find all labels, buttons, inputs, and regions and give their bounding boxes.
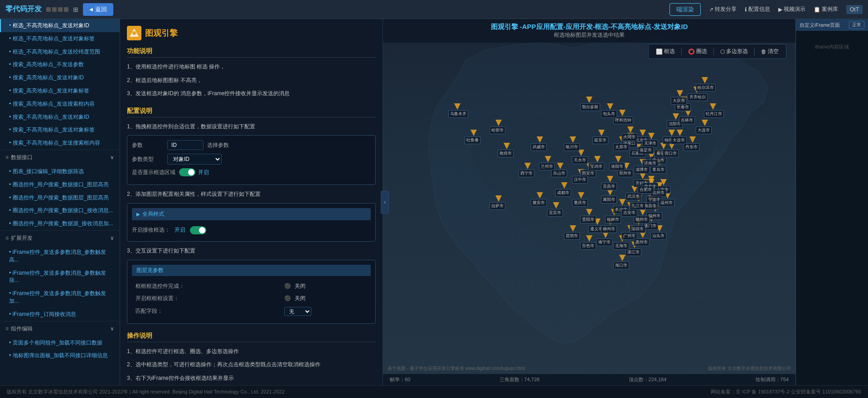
sidebar-item-1[interactable]: 框选_不高亮地标点_发送对象标签 (0, 32, 120, 45)
iframe-empty-state: iframe内容区域 (800, 44, 864, 50)
params-row-2: 开启框框框设置： ⚫ 关闭 (133, 293, 370, 304)
sidebar-item-8[interactable]: 搜索_不高亮地标点_发送对象标签 (0, 123, 120, 136)
sidebar-section-data-item-3[interactable]: 圈选控件_用户搜索_数据接口_接收消息... (0, 204, 120, 217)
frame-select-value: ⚫ 关闭 (281, 281, 370, 292)
box-select-tool[interactable]: ⬜ 框选 (652, 46, 679, 57)
clear-icon: 🗑 (761, 49, 766, 55)
share-icon: ↗ (709, 6, 713, 13)
sidebar-section-data-item-2[interactable]: 圈选控件_用户搜索_数据图层_图层高亮 (0, 191, 120, 204)
sidebar-item-2[interactable]: 框选_不高亮地标点_发送经纬度范围 (0, 45, 120, 58)
op-item-0: 1、框选控件可进行框选、圈选、多边形选操作 (127, 347, 376, 357)
show-area-label: 是否显示框选区域 (132, 169, 175, 176)
video-icon: ▶ (778, 6, 782, 13)
map-subtitle: 框选地标图层并发送选中结果 (387, 31, 792, 39)
sidebar-section-data-item-4[interactable]: 圈选控件_用户搜索_数据源_接收消息加... (0, 217, 120, 230)
sidebar-extend-item-3[interactable]: iFrame控件_订阅接收消息 (0, 308, 120, 321)
config-desc: 1、拖拽框选控件到合适位置，数据设置进行如下配置 (127, 122, 376, 132)
tool-divider-2 (713, 48, 714, 55)
open-receive-label: 开启接收框选： (132, 226, 170, 234)
sidebar-item-7[interactable]: 搜索_不高亮地标点_发送对象ID (0, 111, 120, 124)
info-icon: ℹ (745, 6, 747, 13)
radio-btn-2[interactable]: ⚫ (284, 295, 291, 301)
params-table: 框框框选控件完成： ⚫ 关闭 开启框框框设置： (132, 280, 371, 319)
back-button[interactable]: 返回 (83, 3, 113, 16)
open-frame-label: 开启框框框设置： (133, 293, 281, 304)
receive-toggle-thumb (199, 227, 205, 233)
open-receive-value: 开启 (175, 226, 185, 234)
iframe-normal-btn[interactable]: 正常 (849, 21, 864, 29)
global-style-header[interactable]: 全局样式 (132, 208, 371, 220)
footer-icp: 网站备案：京 ICP 备 19018737号-2 公安部备案号 11010602… (711, 388, 861, 395)
circle-select-tool[interactable]: ⭕ 圈选 (684, 46, 711, 57)
config-link[interactable]: ℹ 配置信息 (745, 5, 770, 13)
sidebar-item-6[interactable]: 搜索_高亮地标点_发送搜索框内容 (0, 97, 120, 111)
open-frame-value: ⚫ 关闭 (281, 293, 370, 304)
main-layout: 框选_不高亮地标点_发送对象ID 框选_不高亮地标点_发送对象标签 框选_不高亮… (0, 19, 868, 385)
polygon-select-icon: ⬡ (720, 49, 725, 55)
open-receive-row: 开启接收框选： 开启 (132, 224, 371, 237)
map-area: 图观引擎 -APP应用配置-应用开发-框选-不高亮地标点-发送对象ID 框选地标… (383, 19, 795, 385)
op-item-1: 2、选中框选类型，可进行框选操作；再次点击框选类型既点击清空取消框选操作 (127, 360, 376, 370)
map-vertices: 顶点数：224,184 (629, 376, 667, 383)
toggle-thumb (188, 169, 194, 175)
sidebar-section-component[interactable]: ≡ 组件编辑 ∨ (0, 321, 120, 336)
chevron-down-icon-3: ∨ (110, 325, 114, 332)
sidebar: 框选_不高亮地标点_发送对象ID 框选_不高亮地标点_发送对象标签 框选_不高亮… (0, 19, 120, 385)
receive-toggle-track[interactable] (190, 226, 206, 234)
render-button[interactable]: 端渲染 (669, 3, 701, 16)
sidebar-item-4[interactable]: 搜索_高亮地标点_发送对象ID (0, 71, 120, 84)
sidebar-component-item-0[interactable]: 页面多个相同组件_加载不同接口数据 (0, 336, 120, 349)
sidebar-extend-item-1[interactable]: iFrame控件_发送多参数消息_参数触发筛... (0, 267, 120, 287)
markers-container: 哈尔滨市长春市沈阳市齐齐哈尔牡丹江市吉林市大庆市大连市锦州市北京市天津市呼和浩特… (383, 37, 795, 367)
sidebar-section-data-item-1[interactable]: 圈选控件_用户搜索_数据接口_图层高亮 (0, 178, 120, 191)
sidebar-item-9[interactable]: 搜索_不高亮地标点_发送搜索框内容 (0, 136, 120, 150)
polygon-select-tool[interactable]: ⬡ 多边形选 (717, 46, 752, 57)
sidebar-extend-item-0[interactable]: iFrame控件_发送多参数消息_参数触发高... (0, 246, 120, 267)
layout-icon (46, 7, 68, 12)
config-row-param: 参数 选择参数 (132, 140, 371, 150)
function-item-0: 1、使用框选控件进行地标图 框选 操作， (127, 62, 376, 72)
toggle-track[interactable] (179, 168, 195, 176)
chevron-down-icon-2: ∨ (110, 235, 114, 241)
chevron-down-icon: ∨ (110, 154, 114, 160)
sidebar-section-data-interface[interactable]: ≡ 数据接口 ∨ (0, 150, 120, 165)
iframe-panel: 自定义iFrame页面 正常 iframe内容区域 (795, 19, 868, 385)
radio-btn-1[interactable]: ⚫ (284, 283, 291, 289)
case-link[interactable]: 📋 案例库 (814, 5, 838, 13)
app-title: 零代码开发 (5, 5, 42, 14)
params-row-1: 框框框选控件完成： ⚫ 关闭 (133, 281, 370, 292)
map-header: 图观引擎 -APP应用配置-应用开发-框选-不高亮地标点-发送对象ID 框选地标… (383, 19, 795, 43)
layer-params-header[interactable]: 图层克参数 (132, 265, 371, 276)
config-box-1: 参数 选择参数 参数类型 对象ID 是否显示框选区域 (127, 135, 376, 185)
select-param-label: 选择参数 (207, 141, 239, 149)
sidebar-item-0[interactable]: 框选_不高亮地标点_发送对象ID (0, 19, 120, 32)
op-item-2: 3、右下为iFrame控件会接收框选结果并显示 (127, 374, 376, 383)
sidebar-section-extend[interactable]: ≡ 扩展开发 ∨ (0, 230, 120, 246)
sidebar-component-item-1[interactable]: 地标图弹出面板_加载不同接口详细信息 (0, 349, 120, 362)
param-type-select[interactable]: 对象ID (167, 154, 222, 165)
top-bar-right: 端渲染 ↗ 转发分享 ℹ 配置信息 ▶ 视频演示 📋 案例库 OtT (669, 3, 863, 16)
sidebar-extend-item-2[interactable]: iFrame控件_发送多参数消息_参数触发加... (0, 287, 120, 308)
map-triangles: 三角面数：74,728 (499, 376, 540, 383)
top-bar-left: 零代码开发 ⊞ 返回 (5, 3, 113, 16)
match-select[interactable]: 无 (284, 307, 311, 316)
collapse-button[interactable]: ‹ (381, 191, 389, 214)
params-row-3: 匹配字段： 无 (133, 305, 370, 318)
sidebar-section-data-item-0[interactable]: 图表_接口编辑_详细数据筛选 (0, 165, 120, 178)
param-id-input[interactable] (167, 140, 204, 150)
show-area-toggle[interactable]: 开启 (179, 168, 209, 176)
config-row-show-area: 是否显示框选区域 开启 (132, 168, 371, 176)
panel-logo: 图观引擎 (127, 26, 376, 40)
receive-toggle[interactable] (190, 226, 206, 234)
sidebar-item-3[interactable]: 搜索_高亮地标点_不发送参数 (0, 58, 120, 71)
tool-divider-3 (754, 48, 755, 55)
logo-icon (127, 26, 141, 40)
share-link[interactable]: ↗ 转发分享 (709, 5, 737, 13)
match-label: 匹配字段： (133, 305, 281, 318)
clear-tool[interactable]: 🗑 清空 (757, 46, 782, 57)
sidebar-item-5[interactable]: 搜索_高亮地标点_发送对象标签 (0, 84, 120, 97)
tool-divider-1 (681, 48, 682, 55)
iframe-content-area: iframe内容区域 (796, 31, 868, 385)
video-link[interactable]: ▶ 视频演示 (778, 5, 805, 13)
radio-label-2: 关闭 (295, 295, 305, 302)
